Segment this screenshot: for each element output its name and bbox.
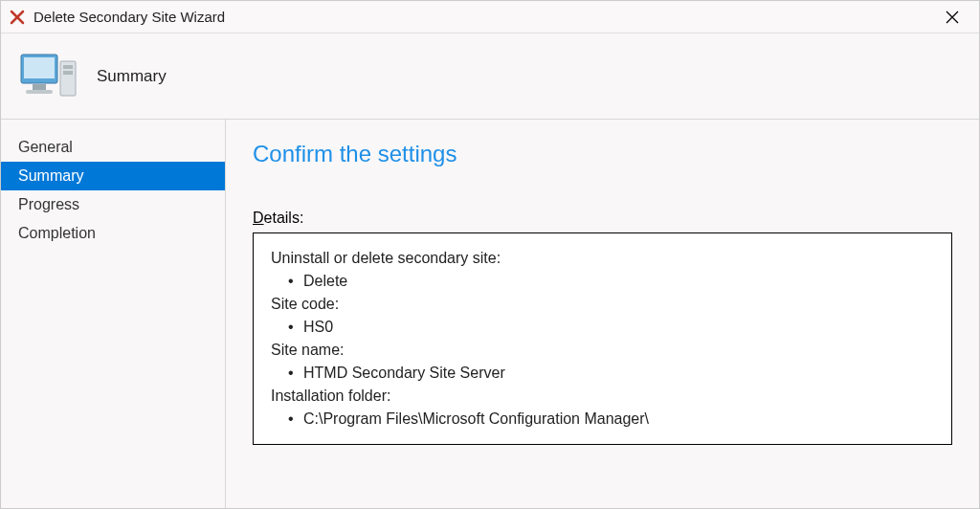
wizard-window: Delete Secondary Site Wizard Summary Gen… [0, 0, 980, 509]
detail-action-value-row: •Delete [271, 270, 934, 293]
titlebar: Delete Secondary Site Wizard [1, 1, 979, 33]
svg-rect-7 [26, 90, 53, 94]
svg-rect-6 [33, 84, 46, 90]
detail-sitename-value-row: •HTMD Secondary Site Server [271, 362, 934, 385]
sidebar-item-progress[interactable]: Progress [1, 190, 225, 219]
computer-icon [18, 50, 79, 102]
content-pane: Confirm the settings Details: Uninstall … [226, 120, 979, 508]
sidebar-item-summary[interactable]: Summary [1, 162, 225, 190]
content-heading: Confirm the settings [253, 141, 952, 167]
wizard-steps-sidebar: General Summary Progress Completion [1, 120, 226, 508]
app-icon [9, 9, 26, 26]
details-box[interactable]: Uninstall or delete secondary site: •Del… [253, 232, 952, 445]
detail-action-label: Uninstall or delete secondary site: [271, 247, 934, 270]
window-title: Delete Secondary Site Wizard [33, 9, 933, 25]
close-button[interactable] [933, 3, 971, 32]
sidebar-item-general[interactable]: General [1, 133, 225, 162]
svg-rect-9 [63, 65, 73, 69]
close-icon [946, 11, 959, 24]
detail-installfolder-value-row: •C:\Program Files\Microsoft Configuratio… [271, 408, 934, 431]
detail-sitename-label: Site name: [271, 339, 934, 362]
svg-rect-5 [24, 57, 55, 78]
sidebar-item-completion[interactable]: Completion [1, 219, 225, 248]
detail-sitecode-label: Site code: [271, 293, 934, 316]
detail-sitecode-value-row: •HS0 [271, 316, 934, 339]
details-label: Details: [253, 210, 952, 227]
svg-rect-10 [63, 71, 73, 75]
header-title: Summary [97, 67, 167, 86]
body-area: General Summary Progress Completion Conf… [1, 120, 979, 508]
detail-installfolder-label: Installation folder: [271, 385, 934, 408]
header-band: Summary [1, 33, 979, 120]
